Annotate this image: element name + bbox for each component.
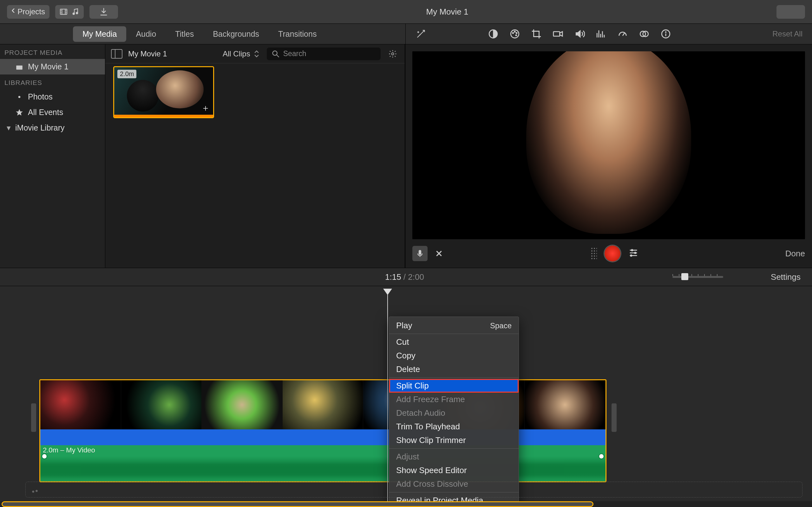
zoom-knob[interactable] — [681, 273, 688, 280]
clip-trim-end-handle[interactable] — [612, 403, 617, 432]
share-button[interactable] — [776, 5, 805, 19]
reset-all-button[interactable]: Reset All — [772, 30, 803, 38]
panel-toggle-button[interactable] — [111, 49, 122, 59]
search-icon — [271, 49, 280, 58]
library-name: My Movie 1 — [128, 49, 217, 58]
clapperboard-icon — [15, 63, 23, 71]
svg-line-16 — [623, 33, 624, 36]
current-time: 1:15 — [385, 272, 401, 282]
svg-rect-15 — [554, 32, 560, 36]
close-voiceover-button[interactable] — [434, 248, 444, 259]
menu-item-split-clip[interactable]: Split Clip — [389, 379, 519, 393]
horizontal-scrollbar[interactable] — [0, 501, 812, 507]
projects-back-button[interactable]: Projects — [7, 5, 49, 19]
audio-fade-out-handle[interactable] — [599, 454, 604, 458]
clip-filmstrip — [40, 380, 606, 429]
menu-item-show-speed-editor[interactable]: Show Speed Editor — [389, 464, 519, 477]
window-title: My Movie 1 — [118, 7, 776, 17]
add-to-timeline-icon[interactable]: ＋ — [201, 102, 210, 114]
svg-point-24 — [18, 94, 20, 96]
noise-reduction-button[interactable] — [595, 28, 607, 40]
svg-point-28 — [272, 51, 277, 55]
timeline[interactable]: 2.0m – My Video Play Space Cut Copy Dele… — [0, 286, 812, 507]
menu-item-copy[interactable]: Copy — [389, 349, 519, 362]
crop-button[interactable] — [531, 28, 542, 40]
sidebar-item-project[interactable]: My Movie 1 — [0, 59, 105, 74]
drag-grip-icon[interactable] — [591, 247, 597, 260]
svg-point-12 — [514, 31, 515, 32]
library-settings-button[interactable] — [386, 48, 399, 60]
audio-fade-in-handle[interactable] — [42, 454, 47, 458]
sidebar-photos-label: Photos — [28, 92, 53, 101]
speed-button[interactable] — [617, 28, 628, 40]
speedometer-icon — [617, 29, 628, 39]
up-down-chevron-icon — [252, 49, 261, 58]
sidebar: PROJECT MEDIA My Movie 1 LIBRARIES Photo… — [0, 44, 105, 268]
video-frame-art — [526, 51, 691, 234]
svg-rect-0 — [60, 9, 67, 14]
library-view-button[interactable] — [55, 5, 84, 19]
svg-point-27 — [20, 96, 23, 98]
tab-transitions[interactable]: Transitions — [269, 26, 326, 42]
done-button[interactable]: Done — [785, 249, 805, 259]
sidebar-item-photos[interactable]: Photos — [0, 89, 105, 105]
svg-point-8 — [76, 12, 78, 14]
overlap-circles-icon — [639, 29, 650, 39]
menu-item-cut[interactable]: Cut — [389, 335, 519, 349]
zoom-slider[interactable] — [672, 276, 723, 278]
music-note-icon — [31, 486, 39, 494]
timeline-clip[interactable]: 2.0m – My Video — [39, 379, 606, 482]
sidebar-all-events-label: All Events — [28, 108, 63, 117]
tab-my-media[interactable]: My Media — [73, 26, 126, 42]
tab-titles[interactable]: Titles — [165, 26, 203, 42]
svg-point-26 — [16, 96, 18, 98]
download-arrow-icon — [99, 7, 108, 16]
search-input[interactable]: Search — [267, 48, 380, 60]
svg-rect-22 — [16, 65, 22, 69]
preview-viewer[interactable] — [412, 51, 805, 239]
menu-item-trim-to-playhead[interactable]: Trim To Playhead — [389, 420, 519, 434]
inspector-tools-group: Reset All — [405, 24, 812, 44]
svg-point-36 — [635, 252, 636, 254]
enhance-magic-wand-button[interactable] — [415, 28, 426, 40]
tab-audio[interactable]: Audio — [126, 26, 165, 42]
project-media-section-label: PROJECT MEDIA — [0, 44, 105, 59]
timeline-settings-button[interactable]: Settings — [771, 272, 801, 282]
filmstrip-icon — [60, 7, 67, 16]
info-button[interactable] — [660, 28, 671, 40]
menu-item-delete[interactable]: Delete — [389, 362, 519, 376]
voiceover-options-button[interactable] — [628, 247, 639, 260]
clip-audio-track[interactable]: 2.0m – My Video — [40, 445, 606, 482]
gear-icon — [388, 49, 397, 58]
clip-trim-start-handle[interactable] — [31, 403, 36, 432]
record-button[interactable] — [605, 245, 620, 262]
tab-backgrounds[interactable]: Backgrounds — [203, 26, 269, 42]
color-balance-button[interactable] — [488, 28, 499, 40]
info-icon — [660, 29, 671, 39]
clip-audio-label: 2.0m – My Video — [43, 446, 95, 454]
sidebar-item-all-events[interactable]: All Events — [0, 105, 105, 120]
menu-item-show-clip-trimmer[interactable]: Show Clip Trimmer — [389, 434, 519, 447]
clips-filter-dropdown[interactable]: All Clips — [223, 49, 261, 58]
sliders-icon — [628, 247, 639, 258]
clip-filter-button[interactable] — [639, 28, 650, 40]
scrollbar-thumb[interactable] — [3, 502, 593, 506]
stabilization-button[interactable] — [552, 28, 564, 40]
share-icon — [776, 0, 805, 26]
svg-rect-31 — [419, 250, 421, 255]
menu-item-play[interactable]: Play Space — [389, 319, 519, 332]
color-correction-button[interactable] — [509, 28, 520, 40]
svg-line-29 — [276, 55, 279, 57]
voiceover-mic-button[interactable] — [412, 246, 427, 261]
disclosure-triangle-icon[interactable]: ▾ — [6, 123, 11, 132]
sidebar-item-imovie-library[interactable]: ▾ iMovie Library — [0, 120, 105, 135]
magic-wand-icon — [415, 29, 426, 39]
menu-shortcut-play: Space — [490, 321, 512, 330]
import-button[interactable] — [90, 5, 118, 19]
background-music-lane[interactable] — [26, 482, 803, 498]
speaker-icon — [574, 29, 585, 39]
volume-button[interactable] — [574, 28, 585, 40]
menu-separator — [389, 448, 519, 449]
media-clip-thumbnail[interactable]: 2.0m ＋ — [114, 67, 213, 117]
microphone-icon — [415, 249, 424, 258]
